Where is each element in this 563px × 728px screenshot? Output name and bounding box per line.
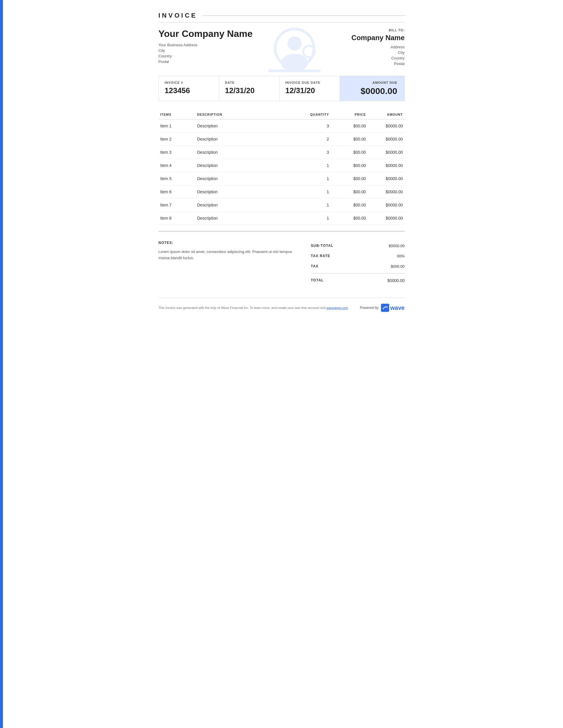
item-quantity-cell: 1 <box>306 172 331 185</box>
total-label: TOTAL <box>311 278 324 283</box>
svg-point-1 <box>287 36 301 50</box>
item-description-cell: Description <box>195 119 306 133</box>
totals-divider <box>311 273 405 274</box>
tax-row: TAX $000.00 <box>311 261 405 271</box>
bill-to-country: Country <box>352 56 405 60</box>
table-row: Item 7 Description 1 $00.00 $0000.00 <box>158 199 405 212</box>
invoice-title: INVOICE <box>158 12 197 19</box>
wave-logo: wave <box>381 304 405 312</box>
amount-due-cell: AMOUNT DUE $0000.00 <box>340 76 405 101</box>
footer-link[interactable]: waveapps.com <box>327 306 348 310</box>
invoice-number-label: INVOICE # <box>165 81 213 84</box>
wave-icon-svg <box>383 305 388 310</box>
item-price-cell: $00.00 <box>331 146 368 159</box>
tax-label: TAX <box>311 264 319 269</box>
col-header-quantity: QUANTITY <box>306 110 331 119</box>
tax-rate-row: TAX RATE 00% <box>311 251 405 261</box>
item-price-cell: $00.00 <box>331 172 368 185</box>
tax-rate-value: 00% <box>397 254 405 258</box>
item-amount-cell: $0000.00 <box>368 172 405 185</box>
footer: This invoice was generated with the help… <box>158 298 405 312</box>
table-row: Item 1 Description 3 $00.00 $0000.00 <box>158 119 405 133</box>
table-row: Item 3 Description 3 $00.00 $0000.00 <box>158 146 405 159</box>
powered-by-text: Powered by <box>360 306 378 310</box>
bill-to-name: Company Name <box>352 34 405 42</box>
table-row: Item 6 Description 1 $00.00 $0000.00 <box>158 185 405 199</box>
due-date-value: 12/31/20 <box>286 86 334 95</box>
item-quantity-cell: 2 <box>306 133 331 146</box>
bill-to-postal: Postal <box>352 61 405 66</box>
col-header-description: DESCRIPTION <box>195 110 306 119</box>
notes-label: NOTES: <box>158 241 299 245</box>
items-section: ITEMS DESCRIPTION QUANTITY PRICE AMOUNT … <box>158 110 405 231</box>
item-quantity-cell: 1 <box>306 185 331 199</box>
company-section: Your Company Name Your Business Address … <box>158 28 405 67</box>
item-amount-cell: $0000.00 <box>368 199 405 212</box>
table-row: Item 5 Description 1 $00.00 $0000.00 <box>158 172 405 185</box>
item-name-cell: Item 1 <box>158 119 195 133</box>
subtotal-label: SUB-TOTAL <box>311 244 334 248</box>
item-description-cell: Description <box>195 185 306 199</box>
item-name-cell: Item 8 <box>158 212 195 225</box>
header-title-row: INVOICE <box>158 12 405 23</box>
bill-to-label: BILL TO: <box>352 28 405 32</box>
item-amount-cell: $0000.00 <box>368 185 405 199</box>
notes-text: Lorem ipsum dolor sit amet, consectetur … <box>158 249 299 261</box>
invoice-number-value: 123456 <box>165 86 213 95</box>
item-quantity-cell: 1 <box>306 212 331 225</box>
item-amount-cell: $0000.00 <box>368 212 405 225</box>
footer-text-content: This invoice was generated with the help… <box>158 306 327 310</box>
amount-due-label: AMOUNT DUE <box>347 81 398 84</box>
item-price-cell: $00.00 <box>331 119 368 133</box>
item-name-cell: Item 5 <box>158 172 195 185</box>
bottom-section: NOTES: Lorem ipsum dolor sit amet, conse… <box>158 231 405 295</box>
item-quantity-cell: 3 <box>306 119 331 133</box>
date-value: 12/31/20 <box>225 86 273 95</box>
item-description-cell: Description <box>195 146 306 159</box>
item-description-cell: Description <box>195 199 306 212</box>
item-description-cell: Description <box>195 172 306 185</box>
total-value: $0000.00 <box>388 278 405 283</box>
item-amount-cell: $0000.00 <box>368 159 405 172</box>
notes-section: NOTES: Lorem ipsum dolor sit amet, conse… <box>158 241 299 286</box>
wave-logo-text: wave <box>390 305 405 311</box>
item-price-cell: $00.00 <box>331 133 368 146</box>
invoice-page: INVOICE Your Company Name Your Business … <box>141 0 422 324</box>
table-header-row: ITEMS DESCRIPTION QUANTITY PRICE AMOUNT <box>158 110 405 119</box>
watermark-icon <box>262 25 327 84</box>
bill-to-address: Address <box>352 45 405 49</box>
powered-by-section: Powered by wave <box>360 304 405 312</box>
svg-point-2 <box>281 54 308 72</box>
items-table: ITEMS DESCRIPTION QUANTITY PRICE AMOUNT … <box>158 110 405 225</box>
col-header-items: ITEMS <box>158 110 195 119</box>
footer-text: This invoice was generated with the help… <box>158 306 348 310</box>
item-name-cell: Item 2 <box>158 133 195 146</box>
col-header-amount: AMOUNT <box>368 110 405 119</box>
item-name-cell: Item 4 <box>158 159 195 172</box>
bill-to-city: City <box>352 50 405 55</box>
bill-to-section: BILL TO: Company Name Address City Count… <box>352 28 405 67</box>
item-name-cell: Item 7 <box>158 199 195 212</box>
item-price-cell: $00.00 <box>331 212 368 225</box>
table-row: Item 8 Description 1 $00.00 $0000.00 <box>158 212 405 225</box>
item-price-cell: $00.00 <box>331 159 368 172</box>
tax-rate-label: TAX RATE <box>311 254 330 258</box>
item-description-cell: Description <box>195 133 306 146</box>
wave-logo-icon <box>381 304 389 312</box>
tax-value: $000.00 <box>391 264 405 269</box>
item-amount-cell: $0000.00 <box>368 146 405 159</box>
item-price-cell: $00.00 <box>331 199 368 212</box>
totals-section: SUB-TOTAL $0000.00 TAX RATE 00% TAX $000… <box>311 241 405 286</box>
item-price-cell: $00.00 <box>331 185 368 199</box>
subtotal-value: $0000.00 <box>389 244 405 248</box>
col-header-price: PRICE <box>331 110 368 119</box>
item-name-cell: Item 3 <box>158 146 195 159</box>
item-name-cell: Item 6 <box>158 185 195 199</box>
table-row: Item 4 Description 1 $00.00 $0000.00 <box>158 159 405 172</box>
item-description-cell: Description <box>195 159 306 172</box>
table-row: Item 2 Description 2 $00.00 $0000.00 <box>158 133 405 146</box>
item-quantity-cell: 1 <box>306 159 331 172</box>
total-row: TOTAL $0000.00 <box>311 275 405 286</box>
item-description-cell: Description <box>195 212 306 225</box>
subtotal-row: SUB-TOTAL $0000.00 <box>311 241 405 251</box>
